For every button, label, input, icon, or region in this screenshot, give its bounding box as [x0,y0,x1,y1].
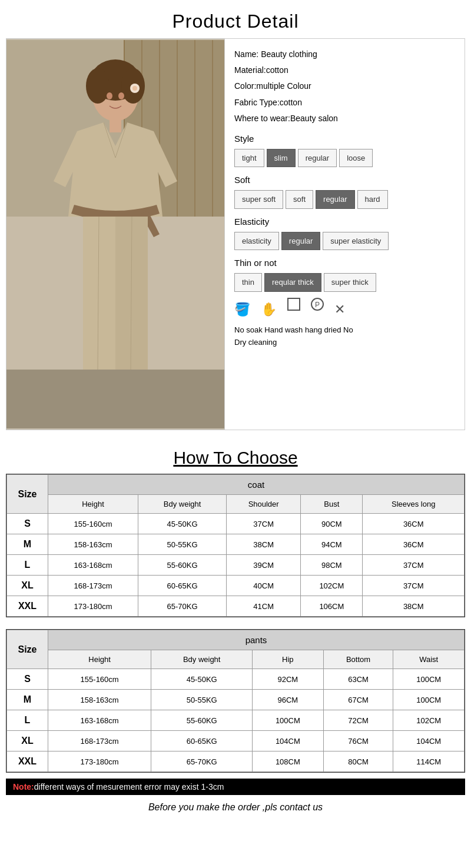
data-cell: 163-168cm [48,710,151,731]
data-cell: 65-70KG [138,596,227,617]
size-cell: M [7,534,48,555]
pants-col-height: Height [48,650,151,669]
data-cell: 50-55KG [151,690,253,710]
elasticity-elasticity[interactable]: elasticity [234,232,279,250]
svg-rect-19 [83,217,115,370]
no-bleach-icon: ✕ [334,298,345,321]
data-cell: 90CM [301,514,363,534]
where-value: Beauty salon [290,114,338,123]
data-cell: 45-50KG [151,669,253,690]
data-cell: 60-65KG [138,576,227,596]
data-cell: 168-173cm [48,731,151,751]
data-cell: 72CM [323,710,393,731]
size-cell: L [7,555,48,576]
product-detail-title: Product Detail [0,0,471,38]
thin-options: thin reqular thick super thick [234,273,455,291]
data-cell: 60-65KG [151,731,253,751]
data-cell: 37CM [363,576,465,596]
size-cell: S [7,514,48,534]
data-cell: 94CM [301,534,363,555]
soft-soft[interactable]: soft [286,190,313,208]
data-cell: 38CM [363,596,465,617]
care-text-line1: No soak Hand wash hang dried No [234,324,455,337]
pants-col-waist: Waist [393,650,465,669]
data-cell: 37CM [363,555,465,576]
color-line: Color:multiple Colour [234,79,455,94]
svg-point-14 [107,92,112,99]
coat-col-bust: Bust [301,495,363,514]
elasticity-label: Elasticity [234,214,455,230]
material-label: Material: [234,65,266,75]
size-cell: XL [7,576,48,596]
data-cell: 100CM [393,669,465,690]
soft-options: super soft soft regular hard [234,190,455,208]
pants-size-header: Size [7,630,48,669]
data-cell: 104CM [393,731,465,751]
data-cell: 102CM [393,710,465,731]
data-cell: 158-163cm [48,534,138,555]
coat-size-header: Size [7,475,48,514]
pants-category: pants [48,630,465,650]
thin-label: Thin or not [234,255,455,271]
data-cell: 39CM [227,555,301,576]
soft-supersoft[interactable]: super soft [234,190,283,208]
style-loose[interactable]: loose [339,149,373,167]
pants-table-wrapper: Size pants Height Bdy weight Hip Bottom … [6,629,465,773]
product-image [6,39,224,430]
table-row: M158-163cm50-55KG38CM94CM36CM [7,534,465,555]
style-label: Style [234,131,455,147]
thin-super[interactable]: super thick [324,273,376,291]
data-cell: 45-50KG [138,514,227,534]
data-cell: 106CM [301,596,363,617]
size-cell: S [7,669,48,690]
data-cell: 96CM [253,690,324,710]
data-cell: 163-168cm [48,555,138,576]
product-detail-area: Name: Beauty clothing Material:cotton Co… [6,38,465,430]
soft-hard[interactable]: hard [357,190,388,208]
care-icons: 🪣 ✋ P ✕ [234,298,455,321]
size-cell: L [7,710,48,731]
wash-basin-icon: 🪣 [234,298,250,321]
style-tight[interactable]: tight [234,149,264,167]
table-row: L163-168cm55-60KG100CM72CM102CM [7,710,465,731]
data-cell: 63CM [323,669,393,690]
soft-regular[interactable]: regular [316,190,354,208]
soft-label: Soft [234,172,455,188]
bottom-text: Before you make the order ,pls contact u… [0,795,471,822]
table-row: XL168-173cm60-65KG40CM102CM37CM [7,576,465,596]
data-cell: 98CM [301,555,363,576]
data-cell: 155-160cm [48,669,151,690]
where-label: Where to wear: [234,114,290,123]
svg-rect-9 [6,370,224,428]
coat-table: Size coat Height Bdy weight Shoulder Bus… [6,474,465,617]
fabric-value: cotton [280,98,302,107]
note-label: Note: [13,782,34,791]
data-cell: 76CM [323,731,393,751]
square-icon [287,298,300,311]
data-cell: 168-173cm [48,576,138,596]
fabric-label: Fabric Type: [234,98,280,107]
name-value: Beauty clothing [261,49,317,59]
data-cell: 80CM [323,751,393,772]
data-cell: 100CM [253,710,324,731]
data-cell: 67CM [323,690,393,710]
elasticity-regular[interactable]: regular [281,232,320,250]
size-cell: M [7,690,48,710]
thin-regular[interactable]: reqular thick [264,273,321,291]
coat-col-sleeves: Sleeves long [363,495,465,514]
data-cell: 102CM [301,576,363,596]
table-row: XXL173-180cm65-70KG108CM80CM114CM [7,751,465,772]
data-cell: 38CM [227,534,301,555]
table-row: M158-163cm50-55KG96CM67CM100CM [7,690,465,710]
color-label: Color: [234,81,256,91]
style-slim[interactable]: slim [267,149,296,167]
circle-p-icon: P [311,298,324,311]
svg-point-17 [132,86,137,91]
thin-thin[interactable]: thin [234,273,262,291]
elasticity-super[interactable]: super elasticity [323,232,389,250]
material-value: cotton [266,65,288,75]
data-cell: 173-180cm [48,751,151,772]
data-cell: 158-163cm [48,690,151,710]
coat-table-wrapper: Size coat Height Bdy weight Shoulder Bus… [6,474,465,617]
style-regular[interactable]: regular [298,149,337,167]
